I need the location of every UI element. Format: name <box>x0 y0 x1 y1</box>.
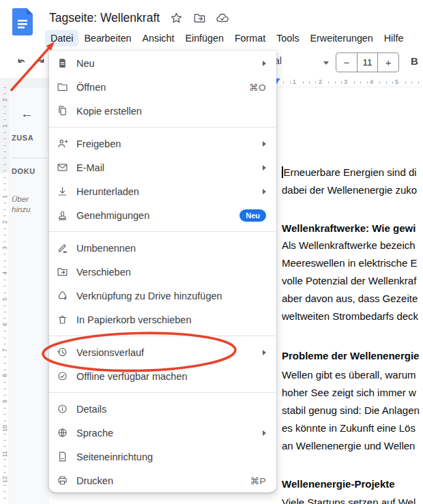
ruler-number: 2 <box>317 78 323 86</box>
doc-heading: Probleme der Wellenenergie <box>282 347 423 365</box>
ruler-number: 5 <box>1 296 9 302</box>
envelope-icon <box>56 162 68 174</box>
menu-item-neu[interactable]: Neu <box>49 51 276 75</box>
copy-icon <box>56 105 68 117</box>
menu-item-in-papierkorb[interactable]: In Papierkorb verschieben <box>49 308 276 331</box>
ruler-ticks <box>277 81 423 84</box>
doc-line: stabil genug sind: Die Anlagen <box>282 402 423 419</box>
doc-line: Wellen gibt es überall, warum <box>282 366 423 384</box>
menu-erweiterungen[interactable]: Erweiterungen <box>305 30 379 46</box>
download-icon <box>56 186 68 198</box>
cloud-saved-icon[interactable] <box>216 11 229 25</box>
chevron-down-icon[interactable] <box>323 61 329 65</box>
doc-line: weltweiten Strombedarfs deck <box>282 308 423 325</box>
menu-separator <box>49 392 276 393</box>
move-folder-icon[interactable] <box>192 11 206 25</box>
bold-button[interactable]: B <box>411 55 418 67</box>
doc-heading: Wellenkraftwerke: Wie gewi <box>282 220 423 237</box>
folder-open-icon <box>56 81 68 93</box>
submenu-arrow-icon <box>263 61 266 66</box>
menu-hilfe[interactable]: Hilfe <box>379 30 409 46</box>
vertical-ruler: 2 1 1 2 3 4 5 6 7 8 9 10 11 12 <box>0 87 10 504</box>
ruler-number: 1 <box>1 123 9 129</box>
ruler-number: 7 <box>1 347 9 353</box>
google-docs-logo[interactable] <box>12 8 33 35</box>
ruler-left-segment <box>10 78 49 87</box>
pencil-icon <box>56 242 68 254</box>
menu-einfuegen[interactable]: Einfügen <box>179 30 229 46</box>
trash-icon <box>56 314 68 326</box>
outline-hint-line: hinzu <box>12 205 31 215</box>
outline-hint-line: Über <box>12 194 29 205</box>
menu-bar: Datei Bearbeiten Ansicht Einfügen Format… <box>45 29 409 48</box>
menu-item-email[interactable]: E-Mail <box>49 155 276 179</box>
menu-format[interactable]: Format <box>229 30 271 46</box>
menu-item-details[interactable]: Details <box>49 397 276 421</box>
menu-item-drucken[interactable]: Drucken ⌘P <box>49 469 276 492</box>
ruler-number: 4 <box>1 270 9 276</box>
submenu-arrow-icon <box>263 189 266 194</box>
ruler-number: 2 <box>1 219 9 225</box>
ruler-number: 1 <box>1 194 9 200</box>
menu-tools[interactable]: Tools <box>271 30 304 46</box>
menu-item-herunterladen[interactable]: Herunterladen <box>49 179 276 203</box>
ruler-number: 4 <box>368 78 375 86</box>
ruler-number: 12 <box>1 475 9 484</box>
menu-item-seiteneinrichtung[interactable]: Seiteneinrichtung <box>49 445 276 469</box>
globe-icon <box>56 427 68 439</box>
doc-line: an Wellenenergie und Wellen <box>282 437 423 455</box>
doc-heading: Wellenenergie-Projekte <box>282 475 423 493</box>
redo-icon[interactable] <box>33 55 46 69</box>
menu-item-umbenennen[interactable]: Umbenennen <box>49 236 276 260</box>
header: Tagseite: Wellenkraft Datei Bearbeiten A… <box>0 0 423 48</box>
menu-item-sprache[interactable]: Sprache <box>49 421 276 445</box>
ruler-number: 1 <box>291 78 297 86</box>
structure-heading: DOKU <box>12 167 35 175</box>
decrease-font-size-button[interactable]: − <box>336 53 357 72</box>
menu-item-verschieben[interactable]: Verschieben <box>49 260 276 284</box>
menu-item-oeffnen[interactable]: Öffnen ⌘O <box>49 75 276 99</box>
menu-item-genehmigungen[interactable]: Genehmigungen Neu <box>49 203 276 227</box>
file-menu-dropdown: Neu Öffnen ⌘O Kopie erstellen Freigeben … <box>49 51 276 492</box>
ruler-right-segment: 1 2 3 4 5 <box>276 78 423 87</box>
menu-datei[interactable]: Datei <box>45 30 78 46</box>
star-icon[interactable] <box>169 11 183 25</box>
menu-separator <box>49 336 276 336</box>
google-docs-window: Erneuerbare Energien sind di dabei der W… <box>0 0 423 504</box>
submenu-arrow-icon <box>263 165 266 171</box>
ruler-number: 9 <box>1 398 9 404</box>
ruler-number: 2 <box>1 97 9 103</box>
close-outline-button[interactable]: ← <box>20 106 33 121</box>
menu-item-kopie-erstellen[interactable]: Kopie erstellen <box>49 99 276 123</box>
ruler-number: 3 <box>1 245 9 251</box>
drive-add-icon <box>56 290 68 302</box>
menu-bearbeiten[interactable]: Bearbeiten <box>78 30 136 46</box>
ruler-number: 3 <box>342 78 349 86</box>
doc-line: Erneuerbare Energien sind di <box>282 164 423 181</box>
menu-ansicht[interactable]: Ansicht <box>137 30 180 46</box>
submenu-arrow-icon <box>263 141 266 147</box>
undo-icon[interactable] <box>16 55 29 69</box>
menu-item-offline-verfuegbar[interactable]: Offline verfügbar machen <box>49 364 276 388</box>
text-cursor <box>282 166 283 178</box>
font-size-value[interactable]: 11 <box>357 53 379 72</box>
doc-line: Meereswellen in elektrische E <box>282 254 423 272</box>
folder-move-icon <box>56 266 68 278</box>
menu-separator <box>49 231 276 232</box>
ruler-corner <box>0 78 10 87</box>
summary-heading: ZUSA <box>12 134 33 142</box>
history-clock-icon <box>56 346 68 359</box>
document-title[interactable]: Tagseite: Wellenkraft <box>49 11 160 25</box>
increase-font-size-button[interactable]: + <box>378 53 398 72</box>
menu-item-verknuepfung-zu-drive[interactable]: Verknüpfung zu Drive hinzufügen <box>49 284 276 308</box>
doc-line: volle Potenzial der Wellenkraf <box>282 272 423 290</box>
ruler-number: 11 <box>1 449 9 458</box>
ruler-number: 10 <box>1 424 9 433</box>
menu-item-freigeben[interactable]: Freigeben <box>49 132 276 155</box>
submenu-arrow-icon <box>263 350 266 355</box>
approval-stamp-icon <box>56 209 68 222</box>
menu-item-versionsverlauf[interactable]: Versionsverlauf <box>49 340 276 364</box>
ruler-number: 8 <box>1 372 9 379</box>
submenu-arrow-icon <box>263 430 266 436</box>
new-badge: Neu <box>239 209 266 222</box>
